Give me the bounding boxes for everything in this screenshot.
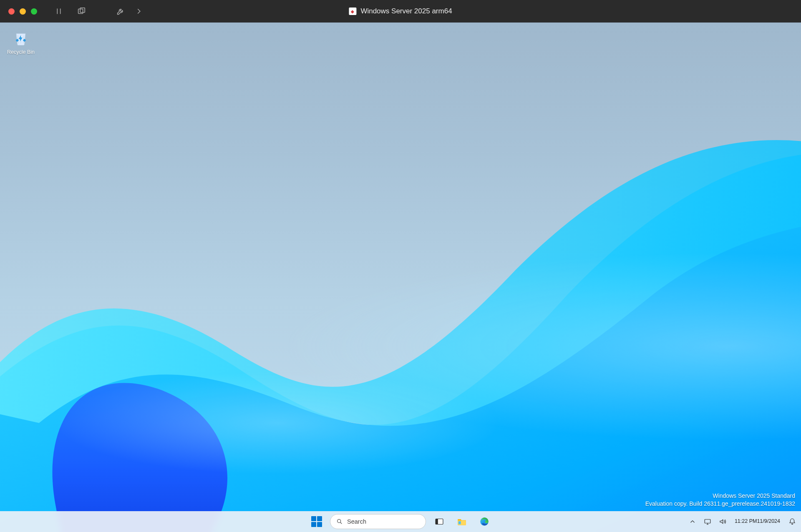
- svg-rect-6: [436, 519, 438, 524]
- svg-rect-9: [705, 519, 710, 523]
- svg-rect-7: [458, 521, 461, 524]
- window-controls: [0, 8, 37, 15]
- wallpaper: [0, 23, 801, 532]
- system-tray: 11:22 PM 11/9/2024: [687, 511, 798, 532]
- recycle-bin-icon: [12, 28, 30, 47]
- notification-center-button[interactable]: [787, 513, 798, 530]
- vm-title-text: Windows Server 2025 arm64: [360, 7, 452, 15]
- search-placeholder-text: Search: [347, 518, 366, 525]
- notification-bell-icon: [788, 518, 796, 525]
- vm-title-icon: ◈: [349, 8, 356, 15]
- snapshot-vm-button[interactable]: [76, 6, 86, 16]
- guest-desktop[interactable]: Recycle Bin Windows Server 2025 Standard…: [0, 23, 801, 532]
- chevron-up-icon: [689, 518, 696, 525]
- task-view-button[interactable]: [430, 512, 448, 531]
- task-view-icon: [434, 516, 445, 527]
- recycle-bin-desktop-icon[interactable]: Recycle Bin: [4, 28, 38, 55]
- svg-point-4: [338, 519, 341, 523]
- tray-date: 11/9/2024: [757, 518, 780, 525]
- desktop-watermark: Windows Server 2025 Standard Evaluation …: [645, 492, 795, 508]
- vm-controls: [54, 6, 144, 16]
- volume-icon: [719, 518, 726, 525]
- windows-logo-icon: [311, 516, 322, 527]
- pause-vm-button[interactable]: [54, 6, 64, 16]
- start-button[interactable]: [307, 512, 326, 531]
- file-explorer-button[interactable]: [453, 512, 471, 531]
- tray-overflow-button[interactable]: [687, 513, 698, 530]
- tray-network-button[interactable]: [702, 513, 713, 530]
- search-icon: [336, 518, 343, 525]
- taskbar: Search: [0, 511, 801, 532]
- svg-rect-0: [78, 9, 83, 14]
- vm-titlebar: ◈ Windows Server 2025 arm64: [0, 0, 801, 23]
- expand-button[interactable]: [134, 6, 144, 16]
- watermark-build: Evaluation copy. Build 26311.ge_prerelea…: [645, 500, 795, 508]
- network-monitor-icon: [704, 518, 711, 525]
- close-window-button[interactable]: [8, 8, 15, 15]
- taskbar-search[interactable]: Search: [330, 514, 426, 529]
- watermark-edition: Windows Server 2025 Standard: [645, 492, 795, 500]
- edge-browser-button[interactable]: [475, 512, 494, 531]
- edge-icon: [479, 516, 490, 527]
- file-explorer-icon: [456, 516, 467, 527]
- tools-button[interactable]: [116, 6, 126, 16]
- fullscreen-window-button[interactable]: [31, 8, 37, 15]
- vm-title: ◈ Windows Server 2025 arm64: [349, 7, 452, 15]
- svg-rect-1: [80, 8, 85, 13]
- recycle-bin-label: Recycle Bin: [4, 49, 38, 55]
- tray-time: 11:22 PM: [735, 518, 757, 525]
- tray-clock[interactable]: 11:22 PM 11/9/2024: [732, 513, 783, 530]
- minimize-window-button[interactable]: [20, 8, 26, 15]
- taskbar-center: Search: [307, 512, 494, 531]
- svg-point-3: [56, 372, 499, 474]
- tray-volume-button[interactable]: [717, 513, 728, 530]
